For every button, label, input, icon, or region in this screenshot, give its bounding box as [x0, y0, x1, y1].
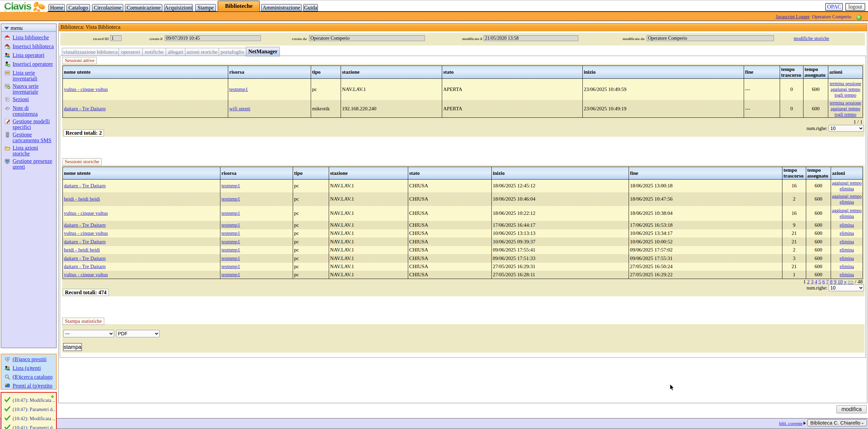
svg-text:Clavis: Clavis	[4, 7, 31, 12]
svg-text:G: G	[6, 98, 8, 100]
svg-text:?: ?	[858, 15, 860, 20]
